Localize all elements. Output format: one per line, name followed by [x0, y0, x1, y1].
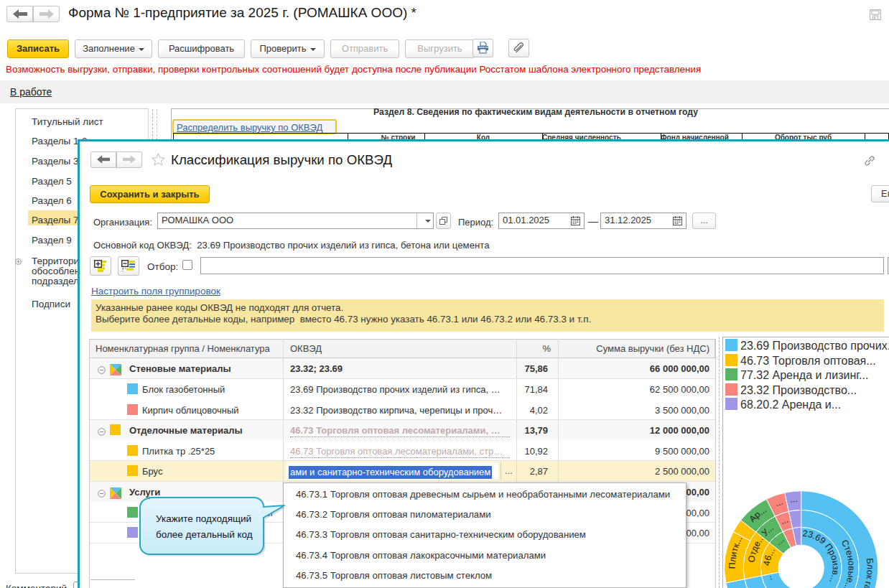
svg-text:...: ... — [789, 494, 798, 505]
svg-text:более детальный код: более детальный код — [156, 529, 253, 540]
svg-text:Укажите подходящий: Укажите подходящий — [156, 513, 251, 524]
